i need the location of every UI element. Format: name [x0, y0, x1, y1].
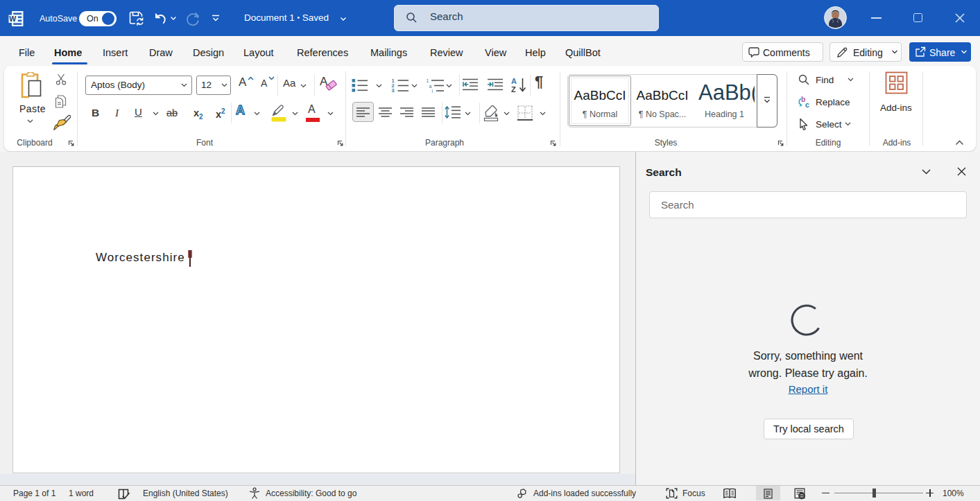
- svg-text:3: 3: [391, 87, 394, 93]
- svg-text:c: c: [805, 100, 809, 109]
- svg-text:W: W: [9, 15, 16, 23]
- svg-text:a: a: [429, 84, 432, 89]
- svg-text:A: A: [511, 77, 517, 85]
- svg-text:i: i: [432, 89, 433, 94]
- svg-text:Z: Z: [511, 85, 516, 94]
- svg-text:1: 1: [427, 78, 429, 83]
